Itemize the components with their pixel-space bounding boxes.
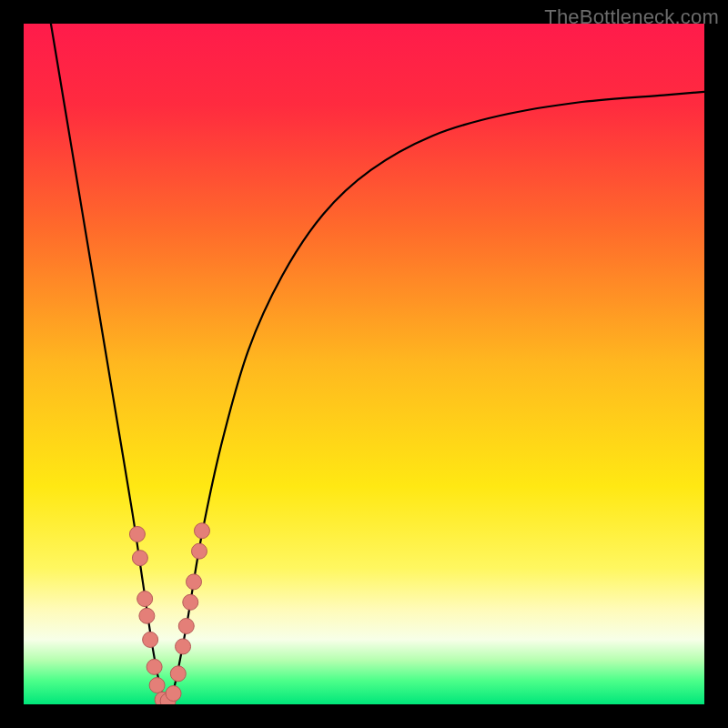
data-marker [137,592,153,607]
data-marker [176,639,191,654]
data-marker [183,594,198,610]
data-marker [166,686,181,702]
curve-layer [24,24,704,704]
data-marker [178,618,194,633]
data-marker [170,666,186,682]
data-marker [194,523,209,539]
data-marker [139,608,155,623]
data-marker [132,551,147,566]
data-marker [149,678,165,693]
data-marker [147,659,162,674]
plot-area [24,24,704,704]
data-marker [143,632,158,647]
watermark-text: TheBottleneck.com [544,5,719,29]
data-marker [187,574,202,590]
chart-frame: TheBottleneck.com [0,0,728,728]
data-markers [129,523,209,704]
data-marker [129,527,145,542]
data-marker [191,543,207,559]
